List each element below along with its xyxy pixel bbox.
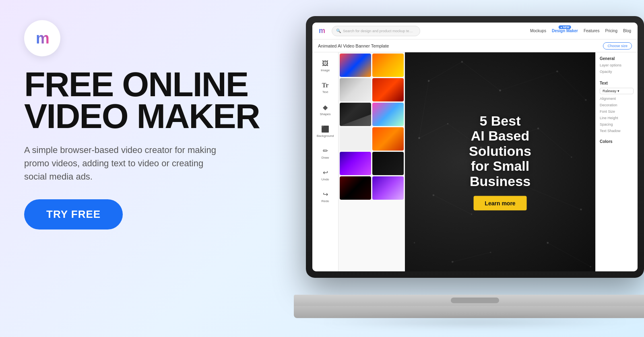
nav-link-pricing[interactable]: Pricing (605, 29, 617, 33)
tool-redo-label: Redo (321, 199, 329, 203)
new-badge: ● NEW (559, 25, 571, 29)
canvas-headline: 5 BestAI BasedSolutionsfor SmallBusiness (469, 114, 531, 189)
media-thumb-1[interactable] (340, 54, 371, 77)
tool-undo-label: Undo (321, 178, 329, 181)
svg-line-24 (419, 124, 448, 138)
draw-icon: ✏ (323, 147, 328, 155)
search-placeholder: Search for design and product mockup tem… (343, 29, 415, 33)
svg-line-30 (452, 252, 491, 262)
app-nav-logo: m (319, 27, 325, 35)
editor-main: 🖼 Image Tr Text ◆ Shapes (312, 52, 638, 271)
image-icon: 🖼 (322, 60, 328, 67)
media-thumb-11[interactable] (340, 176, 371, 200)
prop-alignment: Alignment (600, 97, 634, 101)
tool-draw-label: Draw (322, 156, 329, 159)
prop-layer-options: Layer options (600, 63, 634, 67)
tool-background-label: Background (317, 134, 334, 138)
shapes-icon: ◆ (323, 103, 328, 111)
text-icon: Tr (322, 82, 329, 89)
undo-icon: ↩ (323, 169, 328, 176)
prop-opacity: Opacity (600, 70, 634, 74)
prop-colors: Colors (600, 139, 634, 144)
app-nav-links: Mockups ● NEW Design Maker Features Pric… (530, 29, 631, 33)
app-ui: m 🔍 Search for design and product mockup… (312, 23, 638, 271)
tool-text[interactable]: Tr Text (314, 77, 336, 98)
nav-link-features[interactable]: Features (584, 29, 599, 33)
media-thumb-4[interactable] (372, 78, 404, 101)
prop-text-section: Text (600, 81, 634, 85)
prop-spacing: Spacing (600, 122, 634, 126)
app-navbar: m 🔍 Search for design and product mockup… (312, 23, 638, 39)
redo-icon: ↪ (323, 190, 328, 198)
nav-link-mockups[interactable]: Mockups (530, 29, 546, 33)
svg-point-14 (414, 242, 415, 244)
laptop-screen-outer: m 🔍 Search for design and product mockup… (306, 16, 644, 278)
canvas-text-block: 5 BestAI BasedSolutionsfor SmallBusiness… (469, 114, 531, 211)
canvas-learn-btn[interactable]: Learn more (473, 196, 526, 210)
svg-line-29 (524, 186, 581, 209)
svg-line-22 (557, 71, 586, 100)
laptop-foot (294, 306, 644, 318)
prop-line-height: Line Height (600, 116, 634, 120)
svg-line-23 (419, 81, 429, 138)
tool-shapes-label: Shapes (320, 112, 330, 116)
laptop-mockup: m 🔍 Search for design and product mockup… (294, 8, 644, 330)
svg-point-11 (471, 213, 473, 215)
media-thumb-7[interactable] (340, 127, 371, 151)
nav-link-design-maker[interactable]: ● NEW Design Maker (552, 29, 578, 33)
headline-line1: FREE ONLINE (24, 68, 266, 100)
laptop-screen-inner: m 🔍 Search for design and product mockup… (312, 23, 638, 271)
laptop-base (294, 295, 644, 306)
template-bar: Animated AI Video Banner Template Choose… (312, 39, 638, 52)
tool-image[interactable]: 🖼 Image (314, 56, 336, 76)
tool-text-label: Text (322, 90, 328, 94)
svg-point-13 (580, 209, 582, 211)
svg-line-20 (462, 62, 500, 91)
svg-line-28 (433, 195, 472, 214)
tool-redo[interactable]: ↪ Redo (314, 186, 336, 207)
prop-text-shadow: Text Shadow (600, 129, 634, 133)
media-thumb-2[interactable] (372, 54, 404, 77)
app-search-bar[interactable]: 🔍 Search for design and product mockup t… (332, 26, 420, 36)
media-thumb-9[interactable] (340, 152, 371, 175)
laptop-shadow (314, 318, 636, 326)
toolbar-left: 🖼 Image Tr Text ◆ Shapes (312, 52, 339, 271)
svg-point-16 (490, 252, 491, 253)
prop-general: General (600, 56, 634, 61)
nav-link-blog[interactable]: Blog (623, 29, 631, 33)
template-title: Animated AI Video Banner Template (318, 43, 389, 48)
tool-shapes[interactable]: ◆ Shapes (314, 99, 336, 120)
prop-font-size: Font Size (600, 110, 634, 114)
svg-line-19 (429, 62, 462, 81)
logo-icon: m (36, 30, 49, 47)
media-panel (339, 52, 405, 271)
laptop-wrapper: m 🔍 Search for design and product mockup… (294, 8, 644, 330)
media-thumb-5[interactable] (340, 103, 371, 126)
search-icon: 🔍 (336, 29, 341, 33)
tool-undo[interactable]: ↩ Undo (314, 164, 336, 185)
font-selector[interactable]: Raleway ▾ (600, 88, 634, 94)
svg-line-27 (538, 128, 572, 157)
canvas-area: 5 BestAI BasedSolutionsfor SmallBusiness… (405, 52, 595, 271)
background-icon: ⬛ (321, 125, 329, 133)
prop-decoration: Decoration (600, 103, 634, 107)
svg-line-31 (548, 243, 590, 267)
media-thumb-3[interactable] (340, 78, 371, 101)
media-thumb-10[interactable] (372, 152, 404, 175)
svg-point-18 (590, 266, 591, 267)
media-thumb-6[interactable] (372, 103, 404, 126)
main-headline: FREE ONLINE VIDEO MAKER (24, 68, 266, 132)
tool-draw[interactable]: ✏ Draw (314, 143, 336, 163)
svg-line-21 (500, 71, 557, 90)
try-free-button[interactable]: TRY FREE (24, 199, 123, 229)
media-thumb-8[interactable] (372, 127, 404, 151)
media-thumb-12[interactable] (372, 176, 404, 200)
left-section: m FREE ONLINE VIDEO MAKER A simple brows… (24, 20, 266, 229)
tool-image-label: Image (321, 68, 330, 72)
choose-size-button[interactable]: Choose size (603, 42, 632, 50)
subtext: A simple browser-based video creator for… (24, 143, 217, 183)
svg-point-10 (433, 194, 435, 196)
tool-background[interactable]: ⬛ Background (314, 121, 336, 142)
logo-container: m (24, 20, 60, 56)
canvas-content: 5 BestAI BasedSolutionsfor SmallBusiness… (405, 52, 595, 271)
